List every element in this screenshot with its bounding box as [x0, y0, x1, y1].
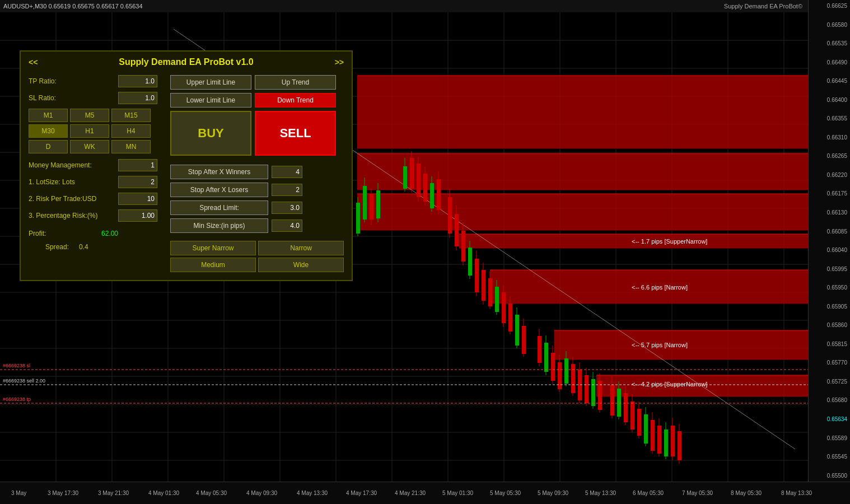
time-3: 4 May 01:30 [148, 490, 179, 496]
time-12: 5 May 13:30 [585, 490, 616, 496]
time-8: 4 May 21:30 [395, 490, 426, 496]
tf-h4[interactable]: H4 [111, 124, 151, 138]
risk-usd-input[interactable] [118, 193, 157, 205]
tp-ratio-input[interactable] [118, 75, 157, 87]
sell-button[interactable]: SELL [255, 111, 336, 156]
price-21: 0.65680 [810, 397, 849, 403]
price-15: 0.65950 [810, 284, 849, 291]
time-6: 4 May 13:30 [297, 490, 328, 496]
price-20: 0.65725 [810, 379, 849, 385]
panel-nav-left[interactable]: << [29, 58, 38, 67]
sl-ratio-row: SL Ratio: [29, 92, 165, 104]
price-9: 0.66220 [810, 172, 849, 178]
time-16: 8 May 13:30 [781, 490, 812, 496]
price-11: 0.66130 [810, 209, 849, 216]
money-mgmt-label: Money Management: [29, 161, 118, 169]
panel-nav-right[interactable]: >> [335, 58, 344, 67]
tf-m15[interactable]: M15 [111, 109, 151, 122]
spread-label: Spread: [45, 243, 79, 251]
lot-size-row: 1. LotSize: Lots [29, 176, 165, 188]
price-17: 0.65860 [810, 322, 849, 328]
profit-row: Profit: 62.00 [29, 230, 165, 237]
price-0: 0.66625 [810, 3, 849, 9]
zone-super-narrow[interactable]: Super Narrow [170, 241, 256, 255]
trade-buttons: BUY SELL [170, 111, 344, 156]
price-13: 0.66040 [810, 247, 849, 253]
zone-wide[interactable]: Wide [258, 258, 344, 272]
price-axis: 0.66625 0.66580 0.66535 0.66490 0.66445 … [808, 0, 850, 482]
price-23: 0.65589 [810, 435, 849, 441]
zone-annotation-2: <-- 6.6 pips [Narrow] [632, 284, 688, 291]
lot-size-label: 1. LotSize: Lots [29, 178, 118, 186]
panel-title: Supply Demand EA ProBot v1.0 [119, 57, 253, 67]
time-14: 7 May 05:30 [682, 490, 713, 496]
time-15: 8 May 05:30 [731, 490, 762, 496]
zone-annotation-3: <-- 5.7 pips [Narrow] [632, 342, 688, 348]
tf-d[interactable]: D [29, 140, 68, 153]
time-10: 5 May 05:30 [490, 490, 521, 496]
price-6: 0.66355 [810, 115, 849, 122]
pct-risk-label: 3. Percentage Risk:(%) [29, 212, 118, 220]
price-10: 0.66175 [810, 190, 849, 197]
zone-annotation-4: <-- 4.2 pips [SupperNarrow] [632, 381, 707, 388]
lot-size-input[interactable] [118, 176, 157, 188]
money-mgmt-input[interactable] [118, 159, 157, 171]
tf-m1[interactable]: M1 [29, 109, 68, 122]
spread-limit-input[interactable] [272, 202, 302, 214]
time-9: 5 May 01:30 [442, 490, 473, 496]
price-14: 0.65995 [810, 266, 849, 272]
price-22: 0.65634 [810, 416, 849, 422]
tp-ratio-label: TP Ratio: [29, 77, 118, 85]
tf-mn[interactable]: MN [111, 140, 151, 153]
zone-narrow[interactable]: Narrow [258, 241, 344, 255]
tf-m5[interactable]: M5 [70, 109, 109, 122]
sl-label: #6669238 sl [3, 363, 30, 368]
min-size-input[interactable] [272, 220, 302, 232]
risk-usd-row: 2. Risk Per Trade:USD [29, 193, 165, 205]
stop-winners-btn[interactable]: Stop After X Winners [170, 165, 268, 179]
price-16: 0.65905 [810, 304, 849, 310]
stop-winners-input[interactable] [272, 166, 302, 178]
tf-m30[interactable]: M30 [29, 124, 68, 138]
spread-limit-btn[interactable]: Spread Limit: [170, 200, 268, 215]
time-13: 6 May 05:30 [633, 490, 664, 496]
profit-label: Profit: [29, 230, 73, 237]
price-24: 0.65545 [810, 454, 849, 460]
tp-ratio-row: TP Ratio: [29, 75, 165, 87]
sl-ratio-label: SL Ratio: [29, 94, 118, 102]
zone-medium[interactable]: Medium [170, 258, 256, 272]
up-trend-btn[interactable]: Up Trend [255, 75, 336, 90]
supply-zone-1 [357, 76, 808, 148]
time-0: 3 May [11, 490, 26, 496]
price-19: 0.65770 [810, 360, 849, 366]
tf-h1[interactable]: H1 [70, 124, 109, 138]
zone-annotation-1: <-- 1.7 pips [SupperNarrow] [632, 238, 707, 245]
price-1: 0.66580 [810, 22, 849, 28]
stop-losers-input[interactable] [272, 184, 302, 196]
price-2: 0.66535 [810, 40, 849, 46]
sl-ratio-input[interactable] [118, 92, 157, 104]
pct-risk-input[interactable] [118, 209, 157, 222]
header-bar: AUDUSD+,M30 0.65619 0.65675 0.65617 0.65… [0, 0, 808, 12]
lower-limit-btn[interactable]: Lower Limit Line [170, 93, 251, 108]
price-12: 0.66085 [810, 228, 849, 235]
money-mgmt-row: Money Management: [29, 159, 165, 171]
time-4: 4 May 05:30 [196, 490, 227, 496]
buy-button[interactable]: BUY [170, 111, 251, 156]
tf-wk[interactable]: WK [70, 140, 109, 153]
upper-limit-btn[interactable]: Upper Limit Line [170, 75, 251, 90]
time-5: 4 May 09:30 [246, 490, 277, 496]
time-1: 3 May 17:30 [48, 490, 78, 496]
panel-header: << Supply Demand EA ProBot v1.0 >> [29, 57, 344, 67]
pct-risk-row: 3. Percentage Risk:(%) [29, 209, 165, 222]
min-size-btn[interactable]: Min Size:(in pips) [170, 218, 268, 233]
price-4: 0.66445 [810, 78, 849, 84]
sell-label: #6669238 sell 2.00 [3, 378, 45, 384]
down-trend-btn[interactable]: Down Trend [255, 93, 336, 108]
stop-losers-btn[interactable]: Stop After X Losers [170, 183, 268, 197]
panel: << Supply Demand EA ProBot v1.0 >> TP Ra… [20, 50, 353, 281]
spread-value: 0.4 [79, 243, 88, 251]
price-7: 0.66310 [810, 134, 849, 141]
zone-buttons: Super Narrow Narrow Medium Wide [170, 241, 344, 272]
time-11: 5 May 09:30 [538, 490, 568, 496]
